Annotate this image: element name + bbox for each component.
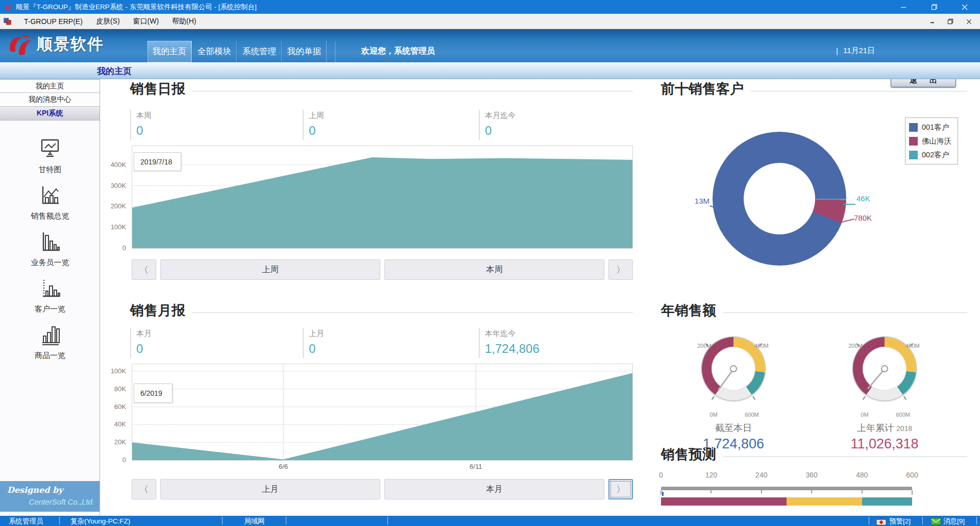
sidebar: 我的主页我的消息中心KPI系统 甘特图销售额总览业务员一览客户一览商品一览 De…: [0, 79, 100, 516]
stat-value: 0: [136, 342, 303, 356]
daily-y-axis: 0100K200K300K400K: [104, 146, 129, 248]
legend-label: 002客户: [922, 150, 949, 160]
monthly-prev-button[interactable]: 〈: [132, 479, 156, 499]
sidebar-item-我的消息中心[interactable]: 我的消息中心: [0, 93, 100, 107]
daily-prev-button[interactable]: 〈: [132, 259, 156, 280]
header: 顺景软件 我的主页全部模块系统管理我的单据 欢迎您，系统管理员 | 11月21日…: [0, 29, 980, 62]
sidebar-tool-销售额总览[interactable]: 销售额总览: [31, 185, 69, 221]
header-tab-我的主页[interactable]: 我的主页: [147, 41, 192, 62]
y-tick-label: 40K: [104, 420, 126, 428]
y-tick-label: 400K: [104, 161, 126, 169]
company-text: CenterSoft Co.,Ltd.: [29, 497, 94, 506]
menu-item-skin[interactable]: 皮肤(S): [89, 14, 127, 29]
status-divider: [59, 517, 60, 524]
forecast-bullet-chart[interactable]: 0120240360480600: [661, 471, 916, 507]
header-tab-系统管理[interactable]: 系统管理: [237, 41, 282, 62]
status-divider: [222, 517, 223, 524]
title-rule: [192, 313, 633, 313]
slice-label-780K: 780K: [854, 213, 879, 222]
slice-leader-line: [709, 205, 718, 209]
stat-value: 0: [136, 124, 303, 138]
menu-item-window[interactable]: 窗口(W): [127, 14, 166, 29]
legend-item[interactable]: 002客户: [909, 148, 953, 162]
monthly-sales-chart[interactable]: 020K40K60K80K100K 6/66/11 6/2019: [132, 364, 633, 461]
legend-swatch: [909, 137, 918, 146]
daily-sales-chart[interactable]: 0100K200K300K400K 2019/7/18: [132, 146, 633, 249]
menu-item-help[interactable]: 帮助(H): [165, 14, 203, 29]
title-rule: [192, 91, 633, 91]
range-segment: [862, 497, 912, 506]
message-status[interactable]: 消息[9]: [931, 517, 965, 526]
date-display: | 11月21日: [836, 46, 875, 56]
title-rule: [723, 457, 967, 457]
this-month-button[interactable]: 本月: [384, 479, 604, 499]
legend-label: 001客户: [922, 123, 949, 132]
header-tab-全部模块[interactable]: 全部模块: [192, 41, 237, 62]
sidebar-item-我的主页[interactable]: 我的主页: [0, 79, 100, 93]
daily-next-button[interactable]: 〉: [608, 259, 633, 280]
legend-swatch: [909, 151, 918, 159]
menu-item-erp[interactable]: T-GROUP ERP(E): [17, 14, 89, 29]
mdi-minimize-button[interactable]: [926, 15, 938, 28]
legend-item[interactable]: 佛山海沃: [909, 134, 953, 148]
logo-text: 顺景软件: [37, 34, 104, 55]
monthly-y-axis: 020K40K60K80K100K: [104, 364, 129, 460]
range-segment: [787, 497, 862, 506]
stat-value: 1,724,806: [485, 342, 632, 356]
window-title-bar: 顺景『T-GROUP』制造业ERP系统 - 东莞顺景软件科技有限公司 - [系统…: [0, 0, 980, 14]
alert-status[interactable]: 预警[2]: [876, 517, 911, 526]
menu-bar: T-GROUP ERP(E) 皮肤(S) 窗口(W) 帮助(H): [0, 14, 980, 29]
y-tick-label: 80K: [104, 385, 126, 393]
sidebar-footer: Designed by CenterSoft Co.,Ltd.: [0, 481, 100, 512]
title-rule: [723, 313, 967, 313]
gauge-tick-label: 600M: [742, 412, 762, 418]
stat-label: 上月: [309, 329, 479, 339]
this-week-button[interactable]: 本周: [384, 259, 604, 280]
sidebar-item-KPI系统[interactable]: KPI系统: [0, 107, 100, 121]
axis-tick: [811, 490, 812, 493]
gauge-tick-label: 200M: [694, 343, 715, 349]
monthly-section-title: 销售月报: [130, 301, 633, 320]
gantt-chart-icon: [39, 138, 61, 160]
axis-number: 480: [852, 471, 872, 479]
axis-bar: [661, 487, 912, 490]
last-month-button[interactable]: 上月: [160, 479, 380, 499]
y-tick-label: 100K: [104, 367, 126, 375]
gauge-caption: 截至本日: [682, 422, 785, 434]
sidebar-tool-商品一览[interactable]: 商品一览: [35, 324, 65, 361]
active-document-tab[interactable]: 我的主页: [97, 65, 132, 77]
sidebar-tool-甘特图[interactable]: 甘特图: [39, 138, 62, 175]
y-tick-label: 20K: [104, 438, 126, 446]
sidebar-tool-客户一览[interactable]: 客户一览: [35, 278, 65, 314]
monthly-next-button[interactable]: 〉: [608, 479, 633, 499]
slice-label-46K: 46K: [856, 194, 877, 203]
gauge-tick-label: 200M: [845, 343, 866, 349]
x-tick-label: 6/6: [268, 463, 299, 470]
header-tab-我的单据[interactable]: 我的单据: [282, 41, 327, 62]
axis-number: 120: [701, 471, 721, 479]
annual-title-text: 年销售额: [661, 301, 716, 320]
tool-label: 甘特图: [39, 165, 62, 175]
logo-swoosh-icon: [7, 33, 33, 56]
gauge-tick-label: 400M: [751, 343, 772, 349]
mdi-restore-button[interactable]: [944, 15, 957, 28]
gauge-hub: [881, 365, 888, 372]
forecast-title-text: 销售预测: [661, 445, 716, 464]
sidebar-tool-业务员一览[interactable]: 业务员一览: [31, 231, 69, 268]
status-user: 系统管理员: [9, 517, 43, 526]
message-icon: [931, 518, 941, 525]
mdi-close-button[interactable]: [963, 15, 975, 28]
gauge-tick: [712, 396, 715, 400]
status-divider: [286, 517, 286, 524]
top-customers-donut-chart[interactable]: 13M780K46K: [713, 132, 846, 266]
restore-button[interactable]: [928, 1, 940, 13]
tool-label: 业务员一览: [31, 258, 69, 268]
header-separator: [335, 41, 335, 62]
last-week-button[interactable]: 上周: [160, 259, 380, 280]
status-divider: [922, 517, 923, 524]
legend-item[interactable]: 001客户: [909, 121, 953, 134]
minimize-button[interactable]: [897, 1, 910, 13]
daily-title-text: 销售日报: [130, 80, 185, 98]
close-button[interactable]: [959, 1, 971, 13]
gauge-tick: [863, 396, 866, 400]
